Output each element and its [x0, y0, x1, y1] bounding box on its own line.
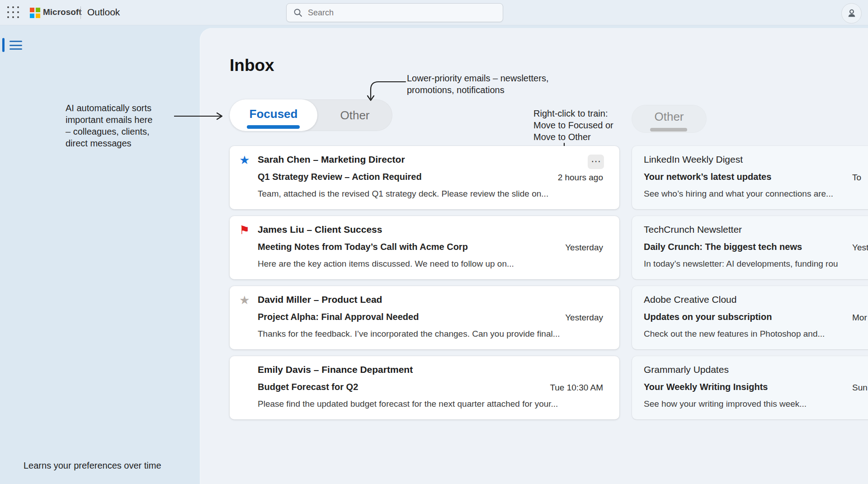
- email-preview: Check out the new features in Photoshop …: [644, 329, 825, 339]
- top-bar: Microsoft Outlook: [0, 0, 868, 25]
- email-subject: Budget Forecast for Q2: [258, 382, 358, 392]
- microsoft-wordmark[interactable]: Microsoft: [43, 7, 82, 17]
- email-subject: Project Alpha: Final Approval Needed: [258, 312, 419, 322]
- focused-email-card-james-liu[interactable]: ⚑ James Liu – Client Success Meeting Not…: [230, 216, 619, 279]
- email-preview: See who’s hiring and what your connectio…: [644, 189, 833, 199]
- tab-focused[interactable]: Focused: [230, 99, 317, 131]
- annotation-focused-explainer: AI automatically sorts important emails …: [66, 102, 176, 149]
- focused-email-card-sarah-chen[interactable]: ★ Sarah Chen – Marketing Director Q1 Str…: [230, 146, 619, 209]
- outlook-app-label[interactable]: Outlook: [87, 7, 120, 18]
- email-subject: Your network’s latest updates: [644, 172, 771, 182]
- email-timestamp: Mor: [852, 313, 867, 323]
- email-timestamp: Tue 10:30 AM: [550, 383, 603, 393]
- email-preview: Please find the updated budget forecast …: [258, 399, 558, 409]
- nav-accent-bar: [2, 38, 5, 52]
- search-bar[interactable]: [286, 3, 503, 22]
- tab-other-label: Other: [340, 108, 369, 122]
- email-sender: James Liu – Client Success: [258, 224, 382, 235]
- search-icon: [293, 8, 302, 17]
- search-input[interactable]: [308, 8, 480, 18]
- email-subject: Daily Crunch: The biggest tech news: [644, 242, 802, 252]
- email-sender: Adobe Creative Cloud: [644, 294, 736, 305]
- email-sender: TechCrunch Newsletter: [644, 224, 742, 235]
- account-button[interactable]: [841, 3, 862, 23]
- email-preview: In today’s newsletter: AI developments, …: [644, 259, 838, 269]
- email-sender: Sarah Chen – Marketing Director: [258, 154, 405, 165]
- email-subject: Q1 Strategy Review – Action Required: [258, 172, 422, 182]
- tab-other-column-label: Other: [654, 110, 684, 124]
- other-email-card-grammarly[interactable]: Grammarly Updates Your Weekly Writing In…: [632, 356, 868, 419]
- other-email-card-techcrunch[interactable]: TechCrunch Newsletter Daily Crunch: The …: [632, 216, 868, 279]
- email-timestamp: Sun: [852, 383, 868, 393]
- page-title: Inbox: [230, 56, 274, 75]
- email-sender: Grammarly Updates: [644, 364, 729, 375]
- email-preview: Thanks for the feedback. I’ve incorporat…: [258, 329, 560, 339]
- email-preview: Here are the key action items discussed.…: [258, 259, 514, 269]
- header-divider: [80, 6, 81, 19]
- tab-other-column[interactable]: Other: [632, 105, 707, 133]
- hamburger-menu-icon[interactable]: [9, 41, 22, 50]
- star-icon[interactable]: ★: [238, 293, 251, 307]
- app-launcher-icon[interactable]: [7, 6, 20, 19]
- email-timestamp: Yesterday: [565, 313, 603, 323]
- arrow-to-focused-tab: [173, 110, 226, 122]
- person-icon: [846, 8, 858, 19]
- email-subject: Your Weekly Writing Insights: [644, 382, 768, 392]
- email-timestamp: 2 hours ago: [558, 173, 603, 183]
- email-subject: Updates on your subscription: [644, 312, 772, 322]
- email-timestamp: To: [852, 173, 861, 183]
- other-email-card-linkedin[interactable]: LinkedIn Weekly Digest Your network’s la…: [632, 146, 868, 209]
- email-sender: David Miller – Product Lead: [258, 294, 382, 305]
- more-options-button[interactable]: ⋯: [588, 155, 604, 169]
- other-email-card-adobe[interactable]: Adobe Creative Cloud Updates on your sub…: [632, 286, 868, 349]
- flag-icon[interactable]: ⚑: [238, 223, 251, 237]
- microsoft-logo-icon[interactable]: [30, 8, 40, 18]
- email-subject: Meeting Notes from Today’s Call with Acm…: [258, 242, 468, 252]
- email-sender: Emily Davis – Finance Department: [258, 364, 413, 375]
- star-icon[interactable]: ★: [238, 153, 251, 167]
- email-timestamp: Yesterday: [565, 243, 603, 253]
- outlook-focused-inbox-screen: Microsoft Outlook AI automatically sorts…: [0, 0, 868, 484]
- arrow-to-other-tab: [364, 77, 409, 105]
- annotation-other-explainer: Lower-priority emails – newsletters, pro…: [407, 72, 579, 96]
- tab-other-column-underline: [650, 128, 687, 132]
- tab-focused-label: Focused: [250, 107, 298, 121]
- focused-email-card-david-miller[interactable]: ★ David Miller – Product Lead Project Al…: [230, 286, 619, 349]
- tab-focused-underline: [247, 125, 300, 129]
- focused-email-card-emily-davis[interactable]: Emily Davis – Finance Department Budget …: [230, 356, 619, 419]
- email-timestamp: Yest: [852, 243, 868, 253]
- email-preview: See how your writing improved this week.…: [644, 399, 807, 409]
- email-preview: Team, attached is the revised Q1 strateg…: [258, 189, 548, 199]
- email-sender: LinkedIn Weekly Digest: [644, 154, 743, 165]
- annotation-train-explainer: Right-click to train: Move to Focused or…: [533, 108, 633, 143]
- annotation-learns-preferences: Learns your preferences over time: [24, 461, 161, 471]
